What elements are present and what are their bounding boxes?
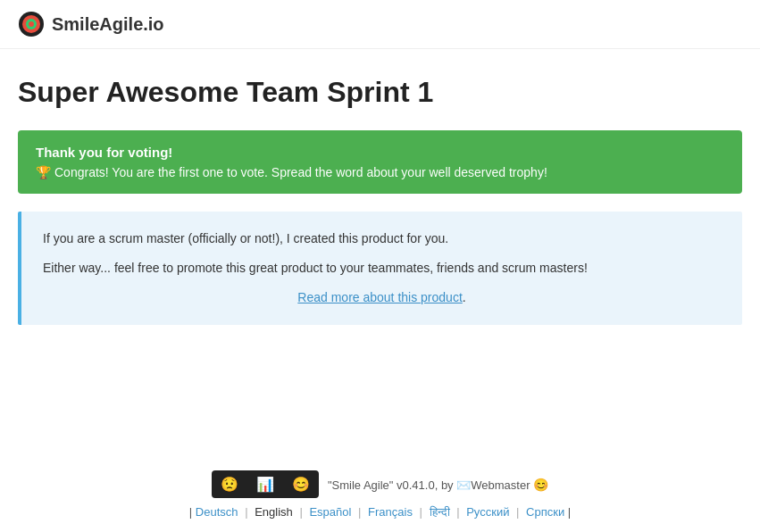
header: SmileAgile.io: [0, 0, 760, 49]
version-text: "Smile Agile" v0.41.0, by: [328, 478, 454, 492]
lang-separator-end: |: [568, 505, 571, 519]
footer-toolbar: 😟 📊 😊 "Smile Agile" v0.41.0, by ✉️Webmas…: [18, 470, 742, 498]
footer-version: "Smile Agile" v0.41.0, by ✉️Webmaster 😊: [328, 478, 548, 492]
congrats-text: 🏆Congrats! You are the first one to vote…: [36, 165, 724, 179]
webmaster-link[interactable]: Webmaster: [471, 478, 530, 492]
line3-suffix: .: [463, 290, 466, 304]
lang-deutsch[interactable]: Deutsch: [196, 505, 238, 519]
sad-icon: 😟: [221, 476, 238, 493]
footer-smiley: 😊: [533, 478, 548, 492]
info-line-1: If you are a scrum master (officially or…: [43, 229, 721, 248]
chart-button[interactable]: 📊: [247, 470, 283, 498]
footer-buttons: 😟 📊 😊: [212, 470, 319, 498]
logo-text: SmileAgile.io: [52, 14, 164, 35]
lang-separator-start: |: [189, 505, 196, 519]
info-box: If you are a scrum master (officially or…: [18, 212, 742, 325]
lang-hindi[interactable]: हिन्दी: [430, 505, 450, 519]
chart-icon: 📊: [256, 476, 274, 493]
lang-serbian[interactable]: Српски: [526, 505, 564, 519]
lang-francais[interactable]: Français: [368, 505, 413, 519]
footer: 😟 📊 😊 "Smile Agile" v0.41.0, by ✉️Webmas…: [0, 461, 760, 532]
thank-you-text: Thank you for voting!: [36, 145, 724, 160]
svg-point-3: [29, 21, 34, 27]
read-more-link[interactable]: Read more about this product: [297, 290, 462, 304]
info-line-3: Read more about this product.: [43, 288, 721, 307]
lang-english[interactable]: English: [255, 505, 293, 519]
page-title: Super Awesome Team Sprint 1: [18, 76, 742, 109]
sad-button[interactable]: 😟: [212, 470, 247, 498]
happy-button[interactable]: 😊: [283, 470, 319, 498]
lang-russian[interactable]: Русский: [466, 505, 509, 519]
lang-espanol[interactable]: Español: [309, 505, 351, 519]
happy-icon: 😊: [292, 476, 310, 493]
logo-icon: [18, 11, 45, 37]
congrats-message: Congrats! You are the first one to vote.…: [54, 165, 547, 179]
language-bar: | Deutsch | English | Español | Français…: [18, 505, 742, 520]
trophy-icon: 🏆: [36, 165, 51, 179]
main-content: Super Awesome Team Sprint 1 Thank you fo…: [0, 49, 760, 361]
info-line-2: Either way... feel free to promote this …: [43, 259, 721, 278]
success-banner: Thank you for voting! 🏆Congrats! You are…: [18, 130, 742, 194]
